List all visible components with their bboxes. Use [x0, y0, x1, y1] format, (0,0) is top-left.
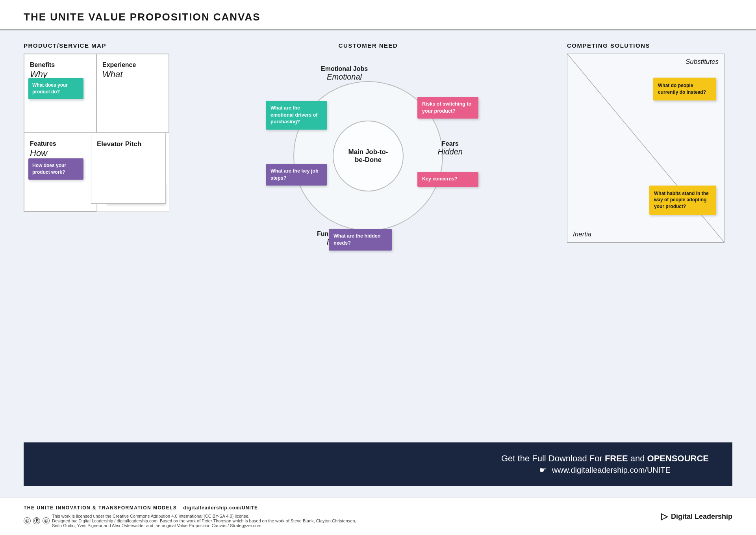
header: THE UNITE VALUE PROPOSITION CANVAS [0, 0, 756, 30]
key-concerns-sticky: Key concerns? [417, 172, 478, 187]
inner-circle: Main Job-to- be-Done [333, 121, 404, 191]
customer-need: CUSTOMER NEED Main Job-to- be-Done Emoti… [185, 42, 551, 254]
experience-sublabel: What [102, 69, 163, 80]
footer-left: THE UNITE INNOVATION & TRANSFORMATION MO… [24, 505, 367, 528]
features-sticky: How does your product work? [28, 158, 83, 180]
footer-innovation-label: THE UNITE INNOVATION & TRANSFORMATION MO… [24, 505, 177, 511]
elevator-pitch-cell: Elevator Pitch [91, 133, 166, 204]
hidden-needs-sticky: What are the hidden needs? [329, 229, 392, 251]
product-map-label: PRODUCT/SERVICE MAP [24, 42, 169, 49]
footer-url: digitalleadership.com/UNITE [183, 505, 258, 511]
canvas-area: PRODUCT/SERVICE MAP Benefits Why What do… [0, 30, 756, 498]
inertia-label: Inertia [573, 230, 591, 238]
product-map-grid: Benefits Why What does your product do? … [24, 54, 169, 212]
benefits-sticky: What does your product do? [28, 78, 83, 99]
cta-url: www.digitalleadership.com/UNITE [552, 466, 671, 474]
cc-icon: © [24, 517, 31, 524]
substitutes-label: Substitutes [686, 58, 719, 66]
cta-arrow: ☛ [539, 466, 547, 474]
customer-need-label: CUSTOMER NEED [339, 42, 398, 49]
features-label: Features [30, 140, 91, 147]
benefits-cell: Benefits Why What does your product do? [24, 54, 96, 133]
habits-sticky: What habits stand in the way of people a… [649, 186, 716, 215]
competing-label: COMPETING SOLUTIONS [567, 42, 732, 49]
circle-container: Main Job-to- be-Done Emotional Jobs Emot… [270, 58, 467, 254]
footer-designed: Designed by: Digital Leadership / digita… [52, 518, 367, 528]
emotional-jobs-label: Emotional Jobs Emotional [321, 65, 368, 82]
cta-banner: Get the Full Download For FREE and OPENS… [24, 442, 732, 486]
footer-brand-name: Digital Leadership [671, 513, 732, 521]
cta-content: Get the Full Download For FREE and OPENS… [501, 453, 709, 475]
risks-sticky: Risks of switching to your product? [417, 97, 478, 119]
features-sublabel: How [30, 148, 91, 158]
emotional-drivers-sticky: What are the emotional drivers of purcha… [266, 101, 327, 130]
cc-by-icon: Ⓟ [33, 517, 40, 524]
footer-license: This work is licensed under the Creative… [52, 514, 367, 518]
experience-cell: Experience What [96, 54, 169, 133]
experience-label: Experience [102, 61, 163, 69]
footer-icons: © Ⓟ © This work is licensed under the Cr… [24, 514, 367, 528]
footer-brand: ▷ Digital Leadership [661, 511, 732, 522]
fears-label: Fears Hidden [438, 140, 463, 156]
elevator-label: Elevator Pitch [97, 140, 160, 148]
footer-license-text: This work is licensed under the Creative… [52, 514, 367, 528]
product-service-map: PRODUCT/SERVICE MAP Benefits Why What do… [24, 42, 169, 212]
footer: THE UNITE INNOVATION & TRANSFORMATION MO… [0, 498, 756, 535]
benefits-label: Benefits [30, 61, 91, 69]
cta-line1: Get the Full Download For FREE and OPENS… [501, 453, 709, 464]
inner-circle-label: Main Job-to- be-Done [348, 148, 388, 164]
cc-sa-icon: © [43, 517, 50, 524]
canvas-columns: PRODUCT/SERVICE MAP Benefits Why What do… [24, 42, 732, 433]
key-steps-sticky: What are the key job steps? [266, 164, 327, 186]
footer-brand-arrow: ▷ [661, 511, 668, 522]
page-wrapper: THE UNITE VALUE PROPOSITION CANVAS PRODU… [0, 0, 756, 535]
cta-line2: ☛ www.digitalleadership.com/UNITE [501, 465, 709, 475]
page-title: THE UNITE VALUE PROPOSITION CANVAS [24, 11, 261, 23]
features-cell: Features How How does your product work? [24, 133, 96, 212]
competing-box: Substitutes Inertia What do people curre… [567, 54, 724, 243]
competing-solutions: COMPETING SOLUTIONS Substitutes Inertia … [567, 42, 732, 243]
what-instead-sticky: What do people currently do instead? [653, 78, 716, 100]
